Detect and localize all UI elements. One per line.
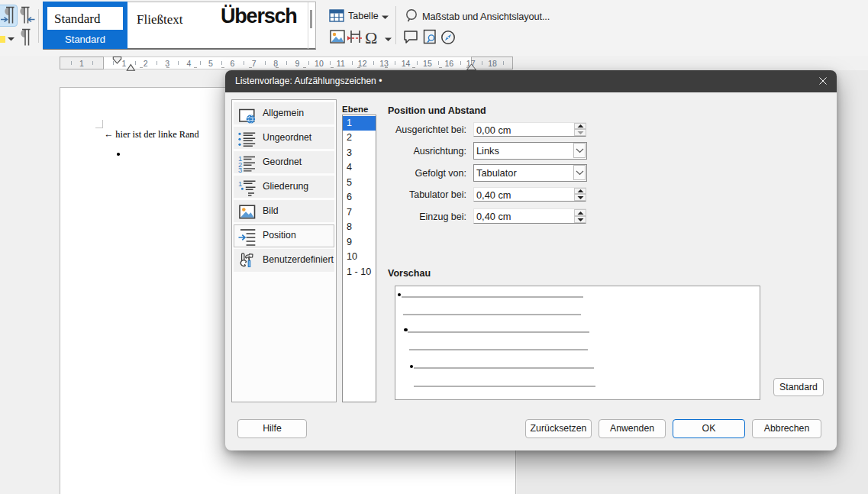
svg-text:1: 1 — [238, 179, 242, 188]
svg-text:3: 3 — [238, 166, 242, 173]
